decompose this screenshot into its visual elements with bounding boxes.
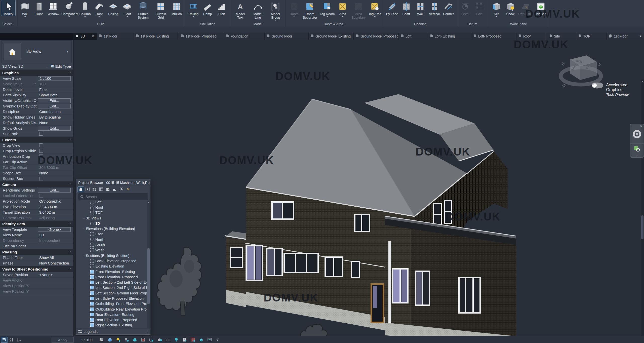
property-value[interactable]: By Discipline bbox=[38, 115, 73, 119]
collapse-icon[interactable]: − bbox=[83, 216, 86, 220]
collapse-section-icon[interactable]: ^ bbox=[70, 183, 71, 186]
apply-button[interactable]: Apply bbox=[52, 337, 74, 343]
browser-assemblies-icon[interactable] bbox=[118, 187, 125, 192]
search-input[interactable]: Search bbox=[78, 193, 148, 200]
sort-ascending-icon[interactable]: AZ bbox=[9, 337, 15, 342]
compass-east[interactable]: E bbox=[560, 62, 566, 66]
edit-button-show-grids[interactable]: Edit... bbox=[38, 126, 71, 131]
collapse-section-icon[interactable]: ^ bbox=[70, 138, 71, 141]
property-value[interactable]: None bbox=[38, 171, 73, 175]
tool-ramp[interactable]: Ramp bbox=[200, 0, 215, 16]
view-scale-control[interactable]: 1 : 100 bbox=[81, 338, 93, 342]
navbar-expand-icon[interactable]: ⌄ bbox=[630, 154, 644, 157]
browser-groups-icon[interactable] bbox=[112, 187, 118, 192]
compass-north[interactable]: N bbox=[561, 83, 567, 88]
tree-item-back-elevation-proposed[interactable]: Back Elevation-Proposed bbox=[76, 258, 147, 263]
tab-ground-floor-proposed-7[interactable]: Ground Floor- Proposed bbox=[354, 33, 399, 40]
tool-tag-area[interactable]: Tag Area bbox=[367, 0, 382, 18]
checkbox-sun-path[interactable] bbox=[39, 132, 43, 136]
tool-model-text[interactable]: AModel Text bbox=[231, 0, 249, 19]
type-selector[interactable]: 3D View ▼ bbox=[2, 40, 72, 63]
browser-scrollbar[interactable]: ▲ bbox=[147, 201, 150, 328]
tool-room-separator[interactable]: Room Separator bbox=[301, 0, 319, 19]
visual-style-icon[interactable] bbox=[107, 337, 113, 343]
browser-sheets-icon[interactable] bbox=[98, 187, 104, 192]
tool-model-group[interactable]: Model Group bbox=[267, 0, 284, 21]
tab-1st-floor-1[interactable]: 1st Floor bbox=[97, 33, 134, 40]
viewcube[interactable]: TOP BACK LEFT E S N W bbox=[557, 49, 605, 89]
checkbox-section-box[interactable] bbox=[39, 177, 43, 180]
close-tab-icon[interactable]: ✕ bbox=[92, 34, 94, 38]
tool-shaft[interactable]: Shaft bbox=[399, 0, 413, 16]
collapse-section-icon[interactable]: ^ bbox=[70, 71, 71, 74]
collapse-section-icon[interactable]: ^ bbox=[70, 268, 71, 271]
temporary-view-properties-icon[interactable] bbox=[182, 337, 188, 343]
collapse-section-icon[interactable]: ^ bbox=[70, 251, 71, 253]
sun-path-icon[interactable] bbox=[115, 337, 121, 343]
tool-window[interactable]: Window bbox=[46, 0, 60, 16]
tree-item-west[interactable]: West bbox=[76, 248, 147, 253]
tool-ceiling[interactable]: Ceiling bbox=[106, 0, 120, 16]
property-value[interactable]: 22.4393 m bbox=[38, 205, 73, 209]
tab-3d-active-0[interactable]: 3D✕ bbox=[73, 33, 97, 40]
browser-3d-views-icon[interactable] bbox=[85, 187, 91, 192]
tree-item-outbuilding-front-elevation-prop[interactable]: Outbuilding- Front Elevation Prop bbox=[76, 301, 147, 307]
property-value[interactable]: 3D bbox=[38, 233, 73, 237]
tree-item-loft[interactable]: Loft bbox=[76, 201, 147, 205]
input-view-template[interactable]: <None> bbox=[38, 227, 71, 232]
browser-families-icon[interactable] bbox=[105, 187, 111, 192]
tab-ground-floor-existing-6[interactable]: Ground Floor- Existing bbox=[309, 33, 354, 40]
tool-roof[interactable]: Roof bbox=[92, 0, 106, 18]
tool-vertical[interactable]: Vertical bbox=[427, 0, 441, 16]
collapse-icon[interactable] bbox=[215, 337, 221, 343]
tree-item-left-section-2nd-right-side-of-e[interactable]: Left Section- 2nd Right Side of E bbox=[76, 285, 147, 290]
tool-curtain-grid[interactable]: Curtain Grid bbox=[152, 0, 170, 19]
tool-floor[interactable]: Floor bbox=[120, 0, 134, 18]
collapse-section-icon[interactable]: ^ bbox=[70, 222, 71, 225]
group-label-room-area[interactable]: Room & Area bbox=[287, 21, 382, 27]
tab-1st-floor-proposed-3[interactable]: 1st Floor- Proposed bbox=[179, 33, 224, 40]
tool-component[interactable]: Component bbox=[60, 0, 78, 18]
properties-filter-icon[interactable] bbox=[1, 337, 8, 342]
tree-item-3d[interactable]: 3D bbox=[76, 221, 147, 226]
tool-wall[interactable]: Wall bbox=[18, 0, 32, 18]
zoom-icon[interactable] bbox=[630, 144, 644, 153]
detail-level-icon[interactable] bbox=[99, 337, 105, 343]
tab-list-dropdown-icon[interactable]: ▼ bbox=[637, 33, 643, 39]
group-label-select[interactable]: Select bbox=[1, 21, 15, 27]
property-value[interactable]: Orthographic bbox=[38, 199, 73, 203]
property-value[interactable]: Fine bbox=[38, 87, 73, 92]
tool-tag-room[interactable]: 1Tag Room bbox=[319, 0, 336, 18]
edit-button-visibility-graphics-o[interactable]: Edit... bbox=[38, 98, 71, 103]
tool-viewer[interactable]: Viewer bbox=[534, 0, 548, 16]
property-value[interactable]: New Construction bbox=[38, 261, 73, 265]
show-rendering-icon[interactable] bbox=[132, 337, 138, 343]
displacement-sets-icon[interactable] bbox=[198, 337, 204, 343]
tree-item-outbuilding-rear-elevation-prop[interactable]: Outbuilding- Rear Elevation Prop bbox=[76, 307, 147, 312]
tree-item-sections-building-section[interactable]: −Sections (Building Section) bbox=[76, 253, 147, 258]
steering-wheel-icon[interactable] bbox=[630, 128, 644, 143]
tool-model-line[interactable]: Model Line bbox=[249, 0, 267, 19]
browser-home-icon[interactable] bbox=[78, 187, 84, 192]
tree-item-elevations-building-elevation[interactable]: −Elevations (Building Elevation) bbox=[76, 226, 147, 231]
tree-item-left-section-ground-floor-propo[interactable]: Left Section- Ground Floor Propo bbox=[76, 290, 147, 296]
tool-railing[interactable]: Railing bbox=[186, 0, 200, 18]
property-value[interactable]: <None> bbox=[38, 273, 73, 277]
tool-door[interactable]: Door bbox=[32, 0, 46, 16]
property-value[interactable]: Show Both bbox=[38, 93, 73, 97]
analytical-model-icon[interactable] bbox=[190, 337, 196, 343]
scrollbar-thumb[interactable] bbox=[147, 248, 150, 304]
tree-item-left-side-proposed-elevation[interactable]: Left Side- Proposed Elevation bbox=[76, 296, 147, 301]
tool-stair[interactable]: Stair bbox=[215, 0, 229, 16]
tool-area[interactable]: Area bbox=[336, 0, 350, 18]
tool-set[interactable]: Set bbox=[489, 0, 503, 18]
locked-orientation-icon[interactable] bbox=[157, 337, 163, 343]
tree-item-right-section-existing[interactable]: Right Section- Existing bbox=[76, 323, 147, 328]
checkbox-annotation-crop[interactable] bbox=[39, 155, 43, 158]
tool-wall[interactable]: Wall bbox=[413, 0, 427, 16]
compass-west[interactable]: W bbox=[593, 86, 599, 89]
browser-schedules-icon[interactable] bbox=[91, 187, 97, 192]
property-value[interactable]: Show All bbox=[38, 255, 73, 260]
tab-roof-11[interactable]: Roof bbox=[516, 33, 547, 40]
reveal-hidden-icon[interactable] bbox=[173, 337, 179, 343]
